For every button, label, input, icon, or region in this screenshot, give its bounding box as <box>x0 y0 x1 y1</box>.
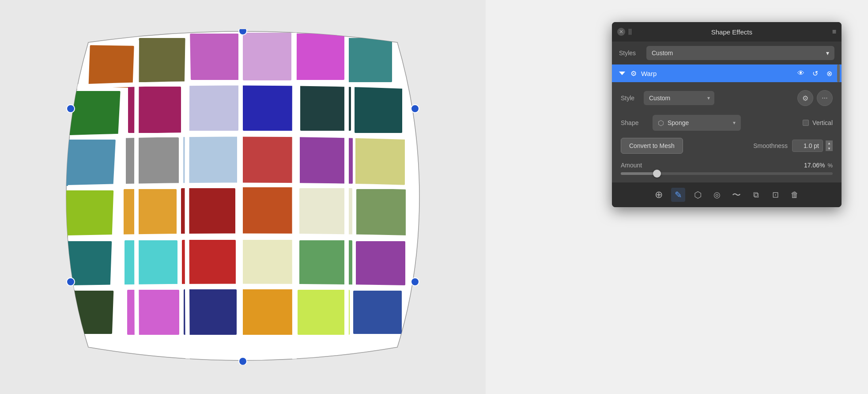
control-bottom-left[interactable] <box>67 278 75 286</box>
smoothness-area: Smoothness ▲ ▼ <box>753 140 833 152</box>
style-label: Style <box>621 95 638 102</box>
style-dropdown[interactable]: Custom ▾ <box>644 91 714 105</box>
panel-grip <box>629 29 631 35</box>
amount-label: Amount <box>621 162 642 169</box>
svg-rect-10 <box>300 83 351 131</box>
warp-scrollbar <box>837 64 840 82</box>
control-top[interactable] <box>239 29 247 35</box>
amount-value-area: 17.06% % <box>804 162 833 169</box>
svg-rect-18 <box>63 190 114 237</box>
smoothness-label: Smoothness <box>753 142 788 149</box>
svg-rect-13 <box>126 137 179 185</box>
svg-rect-14 <box>183 135 237 184</box>
control-left[interactable] <box>67 105 75 113</box>
settings-button[interactable]: ⚙ <box>797 90 813 106</box>
smoothness-input[interactable] <box>792 140 823 152</box>
subpanel-action-buttons: ⚙ ··· <box>797 90 833 106</box>
vertical-checkbox-area: Vertical <box>803 119 833 126</box>
shape-label: Shape <box>621 119 647 126</box>
svg-rect-19 <box>124 189 177 237</box>
svg-rect-33 <box>241 289 294 335</box>
amount-slider-thumb[interactable] <box>653 170 661 178</box>
warp-icon: ⚙ <box>630 69 637 78</box>
vertical-label: Vertical <box>812 119 833 126</box>
convert-to-mesh-button[interactable]: Convert to Mesh <box>621 138 683 154</box>
svg-rect-30 <box>64 291 113 334</box>
spin-down-button[interactable]: ▼ <box>826 146 833 151</box>
spin-buttons: ▲ ▼ <box>826 140 833 151</box>
warp-expand-triangle <box>619 72 625 75</box>
toolbar-add-button[interactable]: ⊕ <box>652 188 666 202</box>
style-dropdown-chevron: ▾ <box>707 95 710 101</box>
warp-subpanel-content: Style Custom ▾ ⚙ ··· Shape ⬡ Sponge ▾ Ve… <box>612 82 842 182</box>
svg-rect-12 <box>62 140 116 186</box>
shape-dropdown[interactable]: ⬡ Sponge ▾ <box>653 115 741 131</box>
styles-dropdown[interactable]: Custom ▾ <box>646 46 834 60</box>
toolbar-mesh-button[interactable]: ⬡ <box>691 188 705 202</box>
svg-rect-34 <box>298 290 350 335</box>
warp-visibility-button[interactable]: 👁 <box>796 68 806 79</box>
warp-reset-button[interactable]: ↺ <box>810 68 820 79</box>
style-row-inner: Style Custom ▾ <box>621 91 714 105</box>
toolbar-visibility-button[interactable]: ◎ <box>710 188 724 202</box>
control-bottom-right[interactable] <box>411 278 419 286</box>
svg-rect-1 <box>138 38 185 82</box>
style-dropdown-value: Custom <box>649 95 670 102</box>
toolbar-delete-button[interactable]: 🗑 <box>788 188 802 202</box>
shape-dropdown-icon: ⬡ <box>658 119 664 127</box>
svg-rect-26 <box>182 240 236 286</box>
svg-rect-17 <box>355 137 405 185</box>
svg-rect-3 <box>243 33 291 80</box>
toolbar-edit-button[interactable]: ✎ <box>671 188 685 202</box>
svg-rect-35 <box>353 291 402 334</box>
more-options-button[interactable]: ··· <box>817 90 833 106</box>
panel-menu-button[interactable]: ≡ <box>832 28 836 36</box>
spin-up-button[interactable]: ▲ <box>826 140 833 146</box>
svg-rect-15 <box>242 135 295 184</box>
control-right[interactable] <box>411 105 419 113</box>
svg-rect-8 <box>185 83 238 131</box>
amount-pct-label: % <box>827 162 833 169</box>
amount-header: Amount 17.06% % <box>621 162 833 169</box>
svg-rect-32 <box>184 289 237 335</box>
shape-row: Shape ⬡ Sponge ▾ Vertical <box>621 115 833 131</box>
svg-rect-0 <box>88 45 134 88</box>
toolbar-curve-button[interactable]: 〜 <box>729 188 743 202</box>
panel-close-button[interactable]: ✕ <box>617 28 625 36</box>
control-bottom[interactable] <box>239 357 247 365</box>
amount-slider-track[interactable] <box>621 172 833 175</box>
styles-dropdown-chevron: ▾ <box>826 49 829 57</box>
warp-canvas <box>62 29 424 365</box>
toolbar-duplicate-button[interactable]: ⧉ <box>749 188 763 202</box>
svg-rect-21 <box>240 187 295 237</box>
subpanel-top-row: Style Custom ▾ ⚙ ··· <box>621 90 833 106</box>
vertical-checkbox[interactable] <box>803 120 809 126</box>
amount-row: Amount 17.06% % <box>621 162 833 175</box>
warp-row[interactable]: ⚙ Warp 👁 ↺ ⊗ <box>612 64 842 82</box>
shape-dropdown-chevron: ▾ <box>733 120 736 126</box>
styles-row: Styles Custom ▾ <box>612 42 842 64</box>
svg-rect-6 <box>69 91 120 135</box>
warp-close-button[interactable]: ⊗ <box>824 68 834 79</box>
svg-rect-27 <box>241 240 294 286</box>
svg-rect-23 <box>356 189 406 237</box>
canvas-area <box>0 0 486 394</box>
panel-bottom-toolbar: ⊕ ✎ ⬡ ◎ 〜 ⧉ ⊡ 🗑 <box>612 182 842 207</box>
styles-label: Styles <box>619 49 641 57</box>
svg-rect-25 <box>125 240 177 286</box>
toolbar-split-button[interactable]: ⊡ <box>768 188 782 202</box>
shape-dropdown-value: Sponge <box>668 119 689 126</box>
svg-rect-9 <box>243 82 296 131</box>
warp-actions: 👁 ↺ ⊗ <box>796 68 834 79</box>
svg-rect-29 <box>356 241 405 285</box>
svg-rect-2 <box>190 34 239 80</box>
amount-slider-fill <box>621 172 657 175</box>
panel-titlebar: ✕ Shape Effects ≡ <box>612 22 842 42</box>
amount-value: 17.06% <box>804 162 825 169</box>
panel-title: Shape Effects <box>635 28 829 36</box>
svg-rect-5 <box>348 38 392 82</box>
svg-rect-11 <box>355 87 402 133</box>
warp-label: Warp <box>641 70 791 77</box>
svg-rect-4 <box>296 34 344 80</box>
shape-effects-panel: ✕ Shape Effects ≡ Styles Custom ▾ ⚙ Warp… <box>612 22 842 207</box>
